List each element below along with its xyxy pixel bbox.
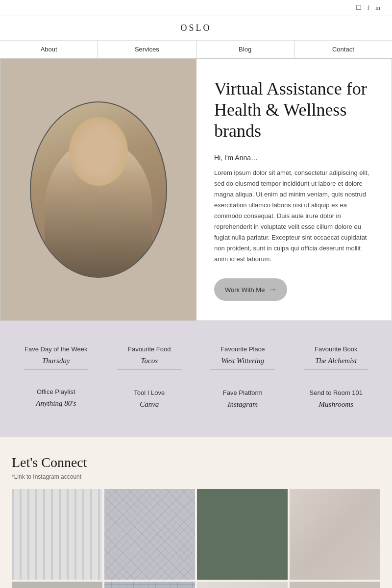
- insta-tile-1[interactable]: [12, 489, 102, 580]
- fact-send-room: Send to Room 101 Mushrooms: [292, 384, 381, 417]
- nav-blog[interactable]: Blog: [196, 41, 294, 58]
- fact-favourite-place: Favourite Place West Wittering: [198, 341, 287, 374]
- site-header: OSLO: [0, 16, 392, 41]
- fact-value-0: Tacos: [109, 357, 190, 365]
- work-with-me-button[interactable]: Work With Me →: [214, 278, 287, 301]
- cta-label: Work With Me: [225, 286, 265, 294]
- fact-label-4: Tool I Love: [109, 389, 190, 397]
- facts-section: Favourite Food Tacos Favourite Place Wes…: [0, 321, 392, 437]
- insta-tile-2[interactable]: [104, 489, 195, 580]
- instagram-grid: [12, 489, 380, 588]
- main-nav: About Services Blog Contact: [0, 41, 392, 58]
- site-title: OSLO: [180, 23, 211, 33]
- insta-tile-4[interactable]: [290, 489, 380, 580]
- insta-tile-6[interactable]: [104, 582, 195, 588]
- fact-tool-love: Tool I Love Canva: [105, 384, 194, 417]
- cta-arrow: →: [269, 285, 276, 294]
- hero-section: Virtual Assistance for Health & Wellness…: [0, 58, 392, 321]
- fact-label-2: Fave Day of the Week: [16, 345, 97, 354]
- fact-label-1: Favourite Place: [202, 345, 283, 354]
- fact-favourite-food: Favourite Food Tacos: [105, 341, 194, 374]
- fact-value-5: Instagram: [202, 400, 283, 409]
- facebook-icon[interactable]: f: [368, 4, 369, 12]
- insta-tile-8[interactable]: [290, 582, 380, 588]
- fact-value-2: Thursday: [16, 357, 97, 365]
- connect-section: Let's Connect *Link to Instagram account: [0, 437, 392, 588]
- hero-greeting: Hi, I'm Anna…: [214, 154, 374, 162]
- fact-value-1: West Wittering: [202, 357, 283, 365]
- hero-title: Virtual Assistance for Health & Wellness…: [214, 78, 374, 142]
- hero-content-column: Virtual Assistance for Health & Wellness…: [196, 59, 392, 320]
- facts-grid: Favourite Food Tacos Favourite Place Wes…: [12, 341, 380, 417]
- connect-title: Let's Connect: [12, 455, 380, 470]
- fact-divider-3: [304, 369, 368, 369]
- fact-value-3: The Alchemist: [296, 357, 377, 365]
- nav-contact[interactable]: Contact: [294, 41, 392, 58]
- fact-fave-day: Fave Day of the Week Thursday Office Pla…: [12, 341, 100, 417]
- nav-services[interactable]: Services: [98, 41, 196, 58]
- hero-body-text: Lorem ipsum dolor sit amet, consectetur …: [214, 168, 374, 265]
- fact-value-6: Anything 80's: [16, 399, 97, 408]
- fact-divider-2: [24, 369, 88, 369]
- fact-label-6: Office Playlist: [16, 388, 97, 396]
- connect-subtitle: *Link to Instagram account: [12, 473, 380, 480]
- fact-value-7: Mushrooms: [296, 400, 377, 409]
- fact-label-5: Fave Platform: [202, 389, 283, 397]
- nav-about[interactable]: About: [0, 41, 98, 58]
- insta-tile-5[interactable]: [12, 582, 102, 588]
- hero-portrait-oval: [30, 101, 167, 278]
- fact-label-0: Favourite Food: [109, 345, 190, 354]
- fact-fave-platform: Fave Platform Instagram: [198, 384, 287, 417]
- insta-tile-7[interactable]: [197, 582, 288, 588]
- linkedin-icon[interactable]: in: [375, 4, 380, 12]
- instagram-icon[interactable]: ☐: [356, 4, 362, 12]
- fact-favourite-book: Favourite Book The Alchemist: [292, 341, 381, 374]
- fact-label-7: Send to Room 101: [296, 389, 377, 397]
- insta-tile-3[interactable]: [197, 489, 288, 580]
- fact-label-3: Favourite Book: [296, 345, 377, 354]
- fact-value-4: Canva: [109, 400, 190, 409]
- top-bar: ☐ f in: [0, 0, 392, 16]
- fact-divider-0: [117, 369, 182, 369]
- hero-image-column: [0, 59, 196, 320]
- fact-divider-1: [210, 369, 275, 369]
